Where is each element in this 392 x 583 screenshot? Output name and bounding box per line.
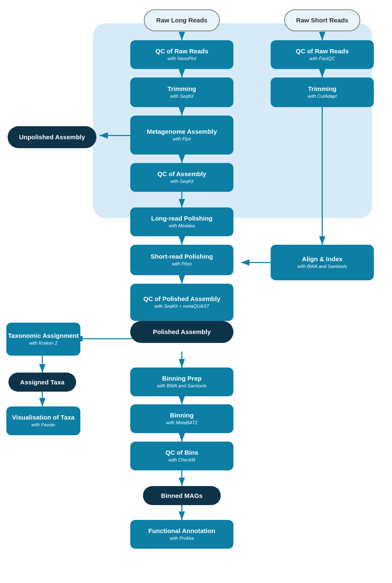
trimming-long-label: Trimming <box>167 85 196 93</box>
align-index-sub: with BWA and Samtools <box>297 264 347 269</box>
metagenome-assembly-sub: with Flye <box>173 136 191 142</box>
metagenome-assembly-node: Metagenome Assembly with Flye <box>130 116 233 155</box>
qc-raw-long-label: QC of Raw Reads <box>155 47 208 55</box>
raw-short-reads-node: Raw Short Reads <box>284 9 360 31</box>
align-index-label: Align & Index <box>302 255 343 263</box>
trimming-short-node: Trimming with CutAdapt <box>271 77 374 107</box>
binned-mags-node: Binned MAGs <box>143 486 221 505</box>
polished-assembly-node: Polished Assembly <box>130 321 233 343</box>
align-index-node: Align & Index with BWA and Samtools <box>271 245 374 280</box>
trimming-short-label: Trimming <box>308 85 337 93</box>
functional-annotation-label: Functional Annotation <box>148 527 216 535</box>
visualisation-taxa-label: Visualisation of Taxa <box>12 414 75 421</box>
functional-annotation-sub: with Prokka <box>170 536 194 541</box>
qc-polished-node: QC of Polished Assembly with SeqKit + me… <box>130 284 233 321</box>
functional-annotation-node: Functional Annotation with Prokka <box>130 520 233 549</box>
binning-prep-label: Binning Prep <box>162 375 201 382</box>
metagenome-assembly-label: Metagenome Assembly <box>147 128 217 135</box>
polished-assembly-label: Polished Assembly <box>153 328 211 336</box>
taxonomic-assignment-label: Taxonomic Assignment <box>8 332 79 340</box>
qc-raw-short-node: QC of Raw Reads with FastQC <box>271 40 374 69</box>
binning-label: Binning <box>170 412 194 419</box>
qc-bins-label: QC of Bins <box>165 449 198 456</box>
raw-short-reads-label: Raw Short Reads <box>296 17 348 24</box>
qc-assembly-sub: with SeqKit <box>170 179 193 184</box>
short-read-polishing-label: Short-read Polishing <box>151 253 213 260</box>
trimming-long-node: Trimming with SeqKit <box>130 77 233 107</box>
taxonomic-assignment-node: Taxonomic Assignment with Kraken 2 <box>6 323 80 356</box>
long-read-polishing-label: Long-read Polishing <box>151 215 213 222</box>
binning-node: Binning with MetaBAT2 <box>130 404 233 433</box>
qc-raw-short-sub: with FastQC <box>310 56 335 61</box>
qc-bins-node: QC of Bins with CheckM <box>130 442 233 470</box>
visualisation-taxa-sub: with Pavian <box>31 422 55 428</box>
trimming-long-sub: with SeqKit <box>170 94 193 99</box>
visualisation-taxa-node: Visualisation of Taxa with Pavian <box>6 406 80 435</box>
assigned-taxa-label: Assigned Taxa <box>20 379 65 386</box>
qc-assembly-label: QC of Assembly <box>157 170 206 178</box>
diagram-container: Raw Long Reads Raw Short Reads QC of Raw… <box>0 0 392 583</box>
raw-long-reads-label: Raw Long Reads <box>156 17 208 24</box>
raw-long-reads-node: Raw Long Reads <box>144 9 220 31</box>
long-read-polishing-sub: with Medaka <box>169 223 195 229</box>
binning-prep-node: Binning Prep with BWA and Samtools <box>130 367 233 396</box>
unpolished-assembly-node: Unpolished Assembly <box>8 126 96 148</box>
taxonomic-assignment-sub: with Kraken 2 <box>29 340 58 346</box>
qc-raw-short-label: QC of Raw Reads <box>296 47 348 55</box>
short-read-polishing-node: Short-read Polishing with Pilon <box>130 245 233 275</box>
binning-sub: with MetaBAT2 <box>166 420 197 426</box>
short-read-polishing-sub: with Pilon <box>172 261 192 267</box>
qc-polished-label: QC of Polished Assembly <box>143 295 220 303</box>
unpolished-assembly-label: Unpolished Assembly <box>19 133 85 141</box>
binning-prep-sub: with BWA and Samtools <box>157 383 206 389</box>
qc-raw-long-node: QC of Raw Reads with NanoPlot <box>130 40 233 69</box>
qc-raw-long-sub: with NanoPlot <box>167 56 196 61</box>
qc-bins-sub: with CheckM <box>169 457 195 463</box>
qc-polished-sub: with SeqKit + metaQUAST <box>154 304 209 309</box>
long-read-polishing-node: Long-read Polishing with Medaka <box>130 207 233 236</box>
qc-assembly-node: QC of Assembly with SeqKit <box>130 163 233 192</box>
binned-mags-label: Binned MAGs <box>161 492 203 500</box>
assigned-taxa-node: Assigned Taxa <box>8 373 76 392</box>
trimming-short-sub: with CutAdapt <box>308 94 337 99</box>
